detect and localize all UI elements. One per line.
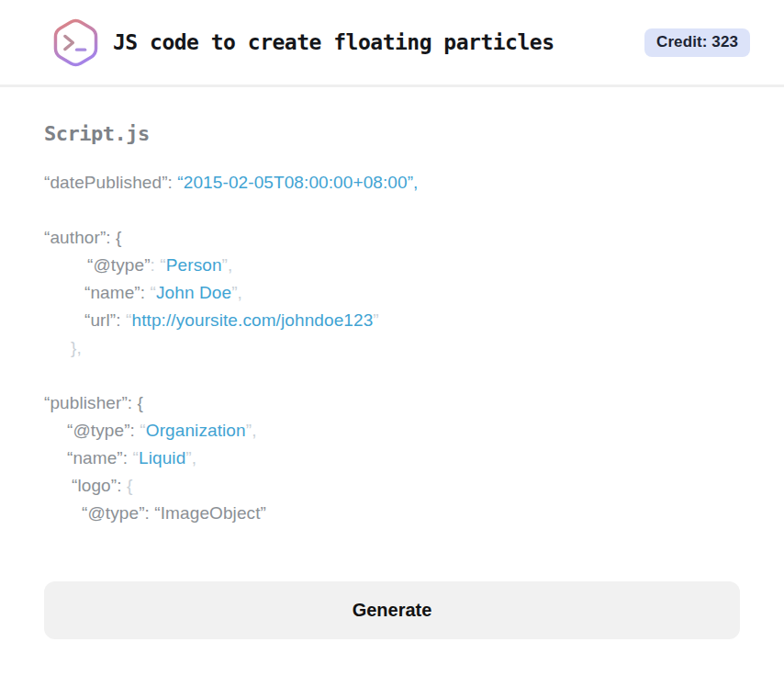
code-line: “datePublished”: “2015-02-05T08:00:00+08… xyxy=(44,169,740,197)
code-token: “datePublished” xyxy=(44,173,168,192)
code-token: : xyxy=(168,173,178,192)
code-line: “logo”: { xyxy=(44,472,740,500)
code-token: “2015-02-05T08:00:00+08:00”, xyxy=(177,173,418,192)
code-line: “name”: “Liquid”, xyxy=(44,445,740,472)
code-token: “author”: { xyxy=(44,228,122,247)
main-content: Script.js “datePublished”: “2015-02-05T0… xyxy=(0,122,784,639)
code-token: ”, xyxy=(185,448,196,467)
code-token: : xyxy=(151,255,161,275)
app-logo xyxy=(50,17,101,69)
code-blank-line xyxy=(44,362,740,389)
credit-badge: Credit: 323 xyxy=(644,28,750,57)
code-token: Organization xyxy=(146,421,246,440)
code-token: Liquid xyxy=(139,448,185,467)
code-token: : xyxy=(130,421,140,440)
code-token: “name” xyxy=(67,448,123,467)
code-token: ”, xyxy=(222,255,233,275)
code-token: : xyxy=(140,283,151,302)
code-line: }, xyxy=(44,334,740,362)
code-token: “@type” xyxy=(87,255,151,275)
app-window: JS code to create floating particles Cre… xyxy=(0,0,784,687)
code-token: “@type”: “ImageObject” xyxy=(82,503,266,523)
code-token: : xyxy=(117,476,127,495)
code-token: John Doe xyxy=(156,283,231,302)
code-token: ” xyxy=(373,310,378,330)
code-block: “datePublished”: “2015-02-05T08:00:00+08… xyxy=(44,169,740,527)
terminal-prompt-hexagon-icon xyxy=(50,17,101,69)
code-token: : xyxy=(123,448,133,467)
code-token: }, xyxy=(71,338,82,357)
code-line: “@type”: “Organization”, xyxy=(44,417,740,445)
code-line: “name”: “John Doe”, xyxy=(44,279,740,307)
code-token: Person xyxy=(166,255,222,275)
code-token: “publisher”: { xyxy=(44,393,143,412)
code-token: ”, xyxy=(231,283,242,302)
page-title: JS code to create floating particles xyxy=(113,30,644,54)
code-line: “@type”: “ImageObject” xyxy=(44,500,740,527)
code-token: { xyxy=(127,476,132,495)
code-line: “author”: { xyxy=(44,224,740,252)
code-token: “name” xyxy=(84,283,140,302)
code-token: “url” xyxy=(84,310,116,330)
code-line: “url”: “http://yoursite.com/johndoe123” xyxy=(44,307,740,334)
code-token: http://yoursite.com/johndoe123 xyxy=(131,310,373,330)
header: JS code to create floating particles Cre… xyxy=(0,0,784,87)
code-token: : xyxy=(116,310,126,330)
code-blank-line xyxy=(44,197,740,224)
code-line: “@type”: “Person”, xyxy=(44,252,740,279)
file-title: Script.js xyxy=(44,122,740,145)
code-token: “@type” xyxy=(67,421,130,440)
code-token: ”, xyxy=(246,421,257,440)
code-token: “logo” xyxy=(72,476,117,495)
generate-button[interactable]: Generate xyxy=(44,581,740,639)
code-line: “publisher”: { xyxy=(44,389,740,417)
